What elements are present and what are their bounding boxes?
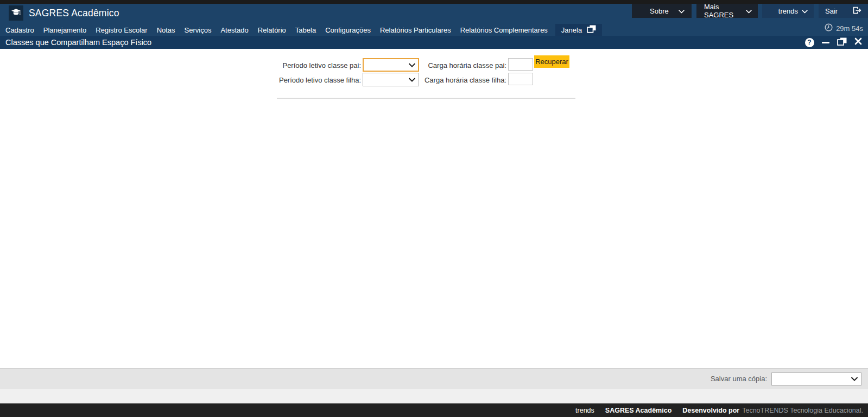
sobre-button[interactable]: Sobre xyxy=(632,4,692,18)
help-glyph: ? xyxy=(807,39,811,46)
user-menu-button[interactable]: trends xyxy=(762,4,814,18)
sair-label: Sair xyxy=(825,7,838,15)
carga-pai-label: Carga horária classe pai: xyxy=(418,61,506,70)
close-icon xyxy=(854,37,862,47)
session-timer: 29m 54s xyxy=(825,23,863,33)
save-copy-select[interactable] xyxy=(771,372,861,386)
sair-button[interactable]: Sair xyxy=(819,4,868,18)
menu-item-atestado[interactable]: Atestado xyxy=(220,26,248,34)
save-copy-label: Salvar uma cópia: xyxy=(711,375,767,383)
window-title: Classes que Compartilham Espaço Físico xyxy=(5,38,151,47)
logout-icon xyxy=(853,7,861,16)
periodo-pai-label: Período letivo classe pai: xyxy=(266,61,361,70)
periodo-pai-select[interactable] xyxy=(363,58,419,72)
clock-icon xyxy=(825,23,833,33)
menu-item-relatorio[interactable]: Relatório xyxy=(258,26,286,34)
top-bar: SAGRES Acadêmico Sobre Mais SAGRES trend… xyxy=(0,4,868,36)
periodo-filha-select[interactable] xyxy=(363,73,419,86)
recuperar-button[interactable]: Recuperar xyxy=(534,55,569,68)
app-title: SAGRES Acadêmico xyxy=(29,8,119,19)
menu-item-tabela[interactable]: Tabela xyxy=(295,26,316,34)
menu-item-configuracoes[interactable]: Configurações xyxy=(325,26,371,34)
periodo-filha-label: Período letivo classe filha: xyxy=(266,76,361,84)
window-content: Período letivo classe pai: Carga horária… xyxy=(0,49,868,368)
menu-item-planejamento[interactable]: Planejamento xyxy=(43,26,87,34)
menu-item-servicos[interactable]: Serviços xyxy=(185,26,212,34)
menu-item-relatorios-complementares[interactable]: Relatórios Complementares xyxy=(460,26,548,34)
chevron-down-icon xyxy=(746,7,752,15)
window-icon xyxy=(587,25,596,35)
carga-filha-label: Carga horária classe filha: xyxy=(418,76,506,84)
app-logo xyxy=(9,5,23,21)
save-copy-select-wrap xyxy=(771,372,861,386)
periodo-pai-select-wrap xyxy=(363,58,419,72)
minimize-icon xyxy=(822,42,829,43)
user-name-label: trends xyxy=(778,7,798,15)
footer-developed-by: Desenvolvido por xyxy=(682,407,739,414)
footer-credit: Desenvolvido por TecnoTRENDS Tecnologia … xyxy=(682,407,863,414)
help-icon: ? xyxy=(805,38,814,47)
save-copy-bar: Salvar uma cópia: xyxy=(0,368,868,389)
footer-company: TecnoTRENDS Tecnologia Educacional. xyxy=(742,407,863,414)
menu-bar: Cadastro Planejamento Registro Escolar N… xyxy=(0,24,602,36)
menu-item-relatorios-particulares[interactable]: Relatórios Particulares xyxy=(380,26,451,34)
menu-item-notas[interactable]: Notas xyxy=(157,26,175,34)
carga-filha-input[interactable] xyxy=(508,73,533,85)
status-band xyxy=(0,389,868,403)
footer-product: SAGRES Acadêmico xyxy=(605,407,672,414)
carga-pai-input[interactable] xyxy=(508,58,533,71)
mais-sagres-button[interactable]: Mais SAGRES xyxy=(696,4,758,18)
close-button[interactable] xyxy=(852,36,864,49)
minimize-button[interactable] xyxy=(820,36,831,49)
window-title-bar: Classes que Compartilham Espaço Físico ? xyxy=(0,36,868,49)
form-divider xyxy=(277,98,575,99)
chevron-down-icon xyxy=(679,7,685,15)
session-timer-value: 29m 54s xyxy=(836,24,863,33)
menu-item-registro-escolar[interactable]: Registro Escolar xyxy=(96,26,147,34)
sobre-label: Sobre xyxy=(650,7,669,15)
help-button[interactable]: ? xyxy=(803,36,815,49)
footer: trends SAGRES Acadêmico Desenvolvido por… xyxy=(0,403,868,417)
periodo-filha-select-wrap xyxy=(363,73,419,86)
menu-item-cadastro[interactable]: Cadastro xyxy=(5,26,34,34)
menu-item-janela[interactable]: Janela xyxy=(555,24,602,36)
mais-sagres-label: Mais SAGRES xyxy=(704,3,746,19)
footer-user: trends xyxy=(575,407,594,414)
graduation-cap-icon xyxy=(11,8,21,19)
maximize-button[interactable] xyxy=(836,36,848,49)
maximize-restore-icon xyxy=(837,37,847,48)
chevron-down-icon xyxy=(802,7,808,15)
sagres-app-window: SAGRES Acadêmico Sobre Mais SAGRES trend… xyxy=(0,0,868,417)
janela-label: Janela xyxy=(561,26,582,34)
